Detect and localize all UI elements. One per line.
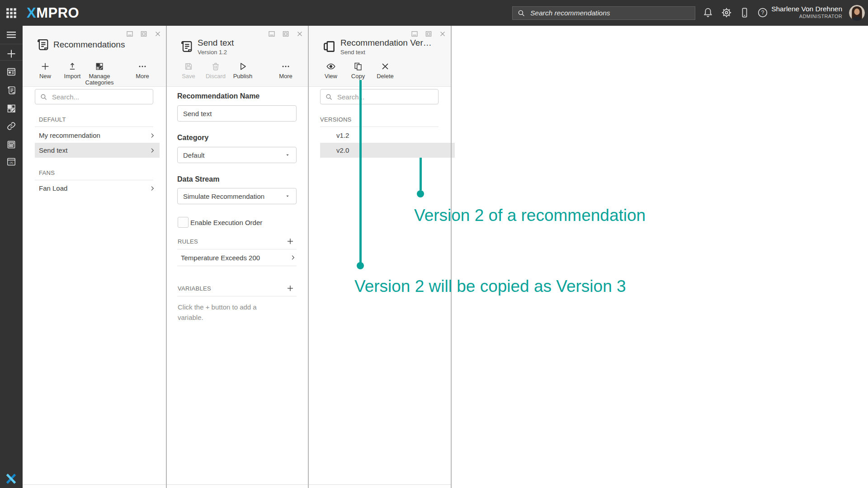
global-search-input[interactable]: [529, 9, 690, 18]
user-name: Sharlene Von Drehnen: [771, 5, 842, 13]
version-label: v1.2: [336, 131, 349, 139]
view-button-label: View: [325, 73, 337, 80]
rule-label: Temperature Exceeds 200: [181, 254, 260, 262]
discard-button-label: Discard: [206, 73, 226, 80]
add-rule-plus-icon[interactable]: [286, 237, 294, 245]
minimize-icon[interactable]: [410, 30, 419, 38]
recommendation-name-field: [177, 105, 297, 122]
delete-button-label: Delete: [377, 73, 394, 80]
restore-icon[interactable]: [282, 30, 290, 38]
mobile-device-icon[interactable]: [739, 7, 750, 19]
copy-button[interactable]: Copy: [344, 61, 373, 80]
restore-icon[interactable]: [425, 30, 433, 38]
notifications-bell-icon[interactable]: [702, 7, 714, 19]
annotation-text-copy: Version 2 will be copied as Version 3: [354, 277, 626, 296]
sidebar-xconsole-icon[interactable]: (X): [6, 156, 17, 167]
recommendations-search-input[interactable]: [51, 93, 148, 101]
versions-panel: Recommendation Ver… Send text View Copy …: [309, 26, 451, 485]
new-button-label: New: [39, 73, 51, 80]
trash-icon: [211, 61, 221, 71]
category-select[interactable]: Default: [177, 147, 297, 163]
help-icon[interactable]: ?: [757, 7, 769, 19]
search-icon: [517, 9, 525, 17]
list-item-my-recommendation[interactable]: My recommendation: [35, 128, 160, 143]
settings-gear-icon[interactable]: [721, 7, 732, 19]
new-button[interactable]: New: [31, 61, 60, 80]
close-icon[interactable]: [154, 30, 162, 38]
menu-hamburger-icon[interactable]: [6, 29, 17, 40]
annotation-line-version2: [420, 158, 422, 190]
save-button[interactable]: Save: [174, 61, 203, 80]
versions-panel-header: Recommendation Ver… Send text View Copy …: [309, 26, 451, 87]
recommendation-name-label: Recommendation Name: [177, 92, 259, 100]
divider: [177, 296, 297, 296]
user-menu[interactable]: Sharlene Von Drehnen ADMINISTRATOR: [771, 5, 842, 19]
search-icon: [325, 93, 333, 101]
enable-execution-order-checkbox[interactable]: [178, 217, 189, 228]
more-button[interactable]: More: [128, 61, 157, 80]
annotation-dot-copy: [357, 262, 364, 269]
copy-button-label: Copy: [351, 73, 365, 80]
window-controls: [410, 30, 447, 38]
close-icon[interactable]: [439, 30, 447, 38]
window-controls: [126, 30, 162, 38]
view-button[interactable]: View: [316, 61, 345, 80]
global-search: [512, 6, 695, 20]
version-row-v2-0[interactable]: v2.0: [320, 143, 455, 158]
eye-icon: [326, 61, 336, 71]
annotation-dot-version2: [417, 190, 424, 197]
recommendation-name-input[interactable]: [178, 110, 296, 117]
apps-grid-icon[interactable]: [5, 7, 17, 19]
chevron-right-icon: [149, 132, 156, 139]
chevron-right-icon: [149, 185, 156, 192]
enable-execution-order-label: Enable Execution Order: [190, 219, 262, 226]
versions-header: VERSIONS: [320, 116, 352, 123]
sidebar-app-designer-icon[interactable]: [6, 103, 17, 114]
sidebar-forms-icon[interactable]: [6, 139, 17, 150]
panel-subtitle: Send text: [340, 49, 432, 56]
add-new-icon[interactable]: [6, 48, 17, 59]
list-item-send-text[interactable]: Send text: [35, 143, 160, 158]
rule-row[interactable]: Temperature Exceeds 200: [177, 249, 300, 266]
ellipsis-icon: [281, 61, 291, 71]
minimize-icon[interactable]: [268, 30, 276, 38]
close-icon[interactable]: [296, 30, 304, 38]
versions-search: [320, 89, 439, 104]
chevron-right-icon: [289, 254, 297, 261]
divider: [320, 127, 439, 127]
sidebar-recommendations-icon[interactable]: [6, 85, 17, 96]
category-label: Category: [177, 134, 208, 142]
ellipsis-icon: [137, 61, 147, 71]
add-variable-plus-icon[interactable]: [286, 284, 294, 292]
data-stream-label: Data Stream: [177, 175, 219, 183]
more-button-label: More: [279, 73, 292, 80]
list-item-label: My recommendation: [39, 131, 100, 139]
list-item-label: Fan Load: [39, 184, 67, 192]
versions-search-input[interactable]: [336, 93, 434, 101]
svg-text:(X): (X): [9, 161, 13, 164]
category-value: Default: [183, 151, 205, 159]
annotation-text-version2: Version 2 of a recommendation: [414, 206, 646, 225]
section-label-fans: FANS: [39, 169, 55, 176]
xmpro-logo: XMPRO: [27, 5, 79, 21]
publish-button-label: Publish: [233, 73, 253, 80]
data-stream-select[interactable]: Simulate Recommendation: [177, 188, 297, 204]
avatar[interactable]: [849, 5, 865, 21]
recommendations-panel-header: Recommendations New Import Manage Catego…: [23, 26, 166, 87]
topbar: XMPRO ? Sharlene Von Drehnen ADMINISTRAT…: [0, 0, 868, 26]
sidebar: (X): [0, 26, 23, 488]
panel-title: Recommendations: [53, 40, 125, 50]
variables-empty-text: Click the + button to add a variable.: [178, 302, 268, 323]
publish-button[interactable]: Publish: [228, 61, 257, 80]
restore-icon[interactable]: [140, 30, 148, 38]
list-item-label: Send text: [39, 146, 67, 154]
more-button[interactable]: More: [271, 61, 300, 80]
list-item-fan-load[interactable]: Fan Load: [35, 181, 160, 196]
sidebar-connections-icon[interactable]: [6, 121, 17, 131]
sidebar-dashboards-icon[interactable]: [6, 66, 17, 77]
discard-button[interactable]: Discard: [201, 61, 230, 80]
version-row-v1-2[interactable]: v1.2: [320, 128, 455, 143]
manage-categories-button[interactable]: Manage Categories: [83, 61, 116, 86]
delete-button[interactable]: Delete: [371, 61, 400, 80]
minimize-icon[interactable]: [126, 30, 134, 38]
